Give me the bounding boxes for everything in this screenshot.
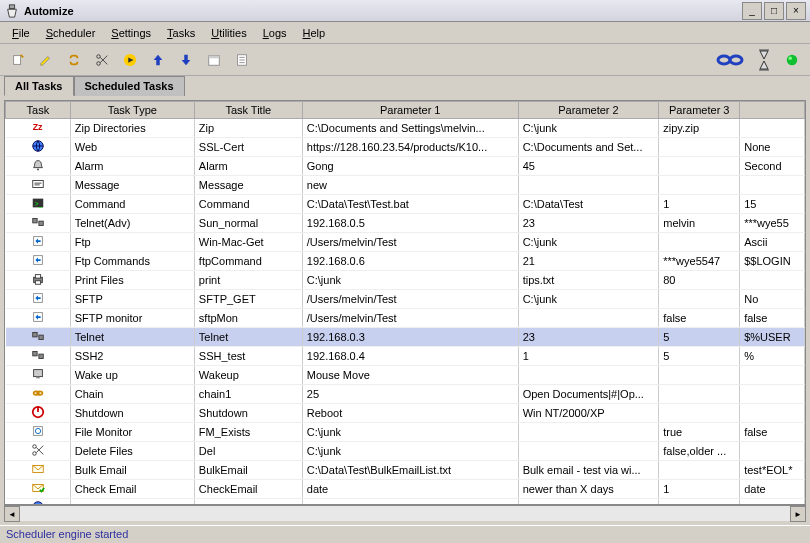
log-icon[interactable] <box>230 48 254 72</box>
table-row[interactable]: >_CommandCommandC:\Data\Test\Test.batC:\… <box>6 195 805 214</box>
cell-type: Command <box>70 195 194 214</box>
col-param2[interactable]: Parameter 2 <box>518 102 659 119</box>
cell-title: Del <box>194 442 302 461</box>
svg-rect-55 <box>36 377 40 379</box>
table-row[interactable]: Check EmailCheckEmaildatenewer than X da… <box>6 480 805 499</box>
row-icon <box>6 290 71 309</box>
scroll-right-button[interactable]: ► <box>790 506 806 522</box>
tasks-table: Task Task Type Task Title Parameter 1 Pa… <box>5 101 805 505</box>
cell-p3: 1 <box>659 480 740 499</box>
cell-p3: 1 <box>659 195 740 214</box>
cell-p2: 23 <box>518 214 659 233</box>
table-row[interactable]: FtpWin-Mac-Get/Users/melvin/TestC:\junkA… <box>6 233 805 252</box>
table-row[interactable]: Wake upWakeupMouse Move <box>6 366 805 385</box>
scroll-left-button[interactable]: ◄ <box>4 506 20 522</box>
row-icon <box>6 404 71 423</box>
table-row[interactable]: AlarmAlarmGong45Second <box>6 157 805 176</box>
play-icon[interactable] <box>118 48 142 72</box>
svg-point-27 <box>787 54 798 65</box>
svg-marker-1 <box>8 9 17 17</box>
table-row[interactable]: SFTP monitorsftpMon/Users/melvin/Testfal… <box>6 309 805 328</box>
col-task-title[interactable]: Task Title <box>194 102 302 119</box>
cell-p1: 25 <box>302 385 518 404</box>
scissors-icon[interactable] <box>90 48 114 72</box>
cell-type: SFTP monitor <box>70 309 194 328</box>
cell-title: Shutdown <box>194 404 302 423</box>
scroll-track[interactable] <box>20 506 790 521</box>
cell-title: SSH_test <box>194 347 302 366</box>
table-row[interactable]: File MonitorFM_ExistsC:\junktruefalse <box>6 423 805 442</box>
cell-p3 <box>659 404 740 423</box>
cell-p1: Mouse Move <box>302 366 518 385</box>
menu-tasks[interactable]: Tasks <box>159 25 203 41</box>
table-row[interactable]: MessageMessagenew <box>6 176 805 195</box>
col-param3[interactable]: Parameter 3 <box>659 102 740 119</box>
col-task-type[interactable]: Task Type <box>70 102 194 119</box>
row-icon <box>6 366 71 385</box>
tab-all-tasks[interactable]: All Tasks <box>4 76 74 96</box>
table-row[interactable]: Print FilesprintC:\junktips.txt80 <box>6 271 805 290</box>
cell-p4: false <box>740 309 805 328</box>
green-light-icon[interactable] <box>780 48 804 72</box>
table-row[interactable]: Bulk EmailBulkEmailC:\Data\Test\BulkEmai… <box>6 461 805 480</box>
col-param4[interactable] <box>740 102 805 119</box>
down-arrow-icon[interactable] <box>174 48 198 72</box>
table-row[interactable]: WebSSL-Certhttps://128.160.23.54/product… <box>6 138 805 157</box>
cell-p3: 5 <box>659 347 740 366</box>
minimize-button[interactable]: _ <box>742 2 762 20</box>
table-row[interactable]: Ftp CommandsftpCommand192.168.0.621***wy… <box>6 252 805 271</box>
svg-rect-2 <box>14 55 21 64</box>
table-row[interactable]: ShutdownShutdownRebootWin NT/2000/XP <box>6 404 805 423</box>
menu-settings[interactable]: Settings <box>103 25 159 41</box>
cell-title: Wakeup <box>194 366 302 385</box>
col-param1[interactable]: Parameter 1 <box>302 102 518 119</box>
up-arrow-icon[interactable] <box>146 48 170 72</box>
svg-point-6 <box>97 61 101 65</box>
app-icon <box>4 3 20 19</box>
col-task[interactable]: Task <box>6 102 71 119</box>
cell-type: Check Email <box>70 480 194 499</box>
row-icon <box>6 157 71 176</box>
close-button[interactable]: × <box>786 2 806 20</box>
svg-point-62 <box>32 445 36 449</box>
table-row[interactable]: Telnet(Adv)Sun_normal192.168.0.523melvin… <box>6 214 805 233</box>
hourglass-icon[interactable] <box>752 48 776 72</box>
edit-icon[interactable] <box>34 48 58 72</box>
cell-p4: % <box>740 347 805 366</box>
cell-type: SFTP <box>70 290 194 309</box>
cell-type: Ftp <box>70 233 194 252</box>
menu-scheduler[interactable]: Scheduler <box>38 25 104 41</box>
table-row[interactable]: Chainchain125Open Documents|#|Op... <box>6 385 805 404</box>
link-icon[interactable] <box>62 48 86 72</box>
calendar-icon[interactable] <box>202 48 226 72</box>
cell-type: File Monitor <box>70 423 194 442</box>
new-task-icon[interactable] <box>6 48 30 72</box>
menu-utilities[interactable]: Utilities <box>203 25 254 41</box>
table-row[interactable]: Delete FilesDelC:\junkfalse,older ... <box>6 442 805 461</box>
row-icon <box>6 461 71 480</box>
svg-text:Zz: Zz <box>32 122 42 132</box>
table-container[interactable]: Task Task Type Task Title Parameter 1 Pa… <box>4 100 806 505</box>
cell-p2: 1 <box>518 347 659 366</box>
menu-help[interactable]: Help <box>295 25 334 41</box>
cell-p1: /Users/melvin/Test <box>302 233 518 252</box>
cell-p1: 192.168.0.5 <box>302 214 518 233</box>
row-icon <box>6 385 71 404</box>
maximize-button[interactable]: □ <box>764 2 784 20</box>
table-row[interactable]: SFTPSFTP_GET/Users/melvin/TestC:\junkNo <box>6 290 805 309</box>
table-row[interactable]: ZzZip DirectoriesZipC:\Documents and Set… <box>6 119 805 138</box>
cell-p4: $$LOGIN <box>740 252 805 271</box>
cell-p3: zipy.zip <box>659 119 740 138</box>
table-row[interactable]: SSH2SSH_test192.168.0.415% <box>6 347 805 366</box>
tab-scheduled-tasks[interactable]: Scheduled Tasks <box>74 76 185 96</box>
row-icon <box>6 309 71 328</box>
table-row[interactable]: TelnetTelnet192.168.0.3235$%USER <box>6 328 805 347</box>
horizontal-scrollbar[interactable]: ◄ ► <box>4 505 806 521</box>
menu-file[interactable]: File <box>4 25 38 41</box>
svg-rect-44 <box>35 275 40 279</box>
cell-title: BulkEmail <box>194 461 302 480</box>
chain-status-icon[interactable] <box>712 48 748 72</box>
menu-logs[interactable]: Logs <box>255 25 295 41</box>
table-header-row: Task Task Type Task Title Parameter 1 Pa… <box>6 102 805 119</box>
window-title: Automize <box>24 5 742 17</box>
